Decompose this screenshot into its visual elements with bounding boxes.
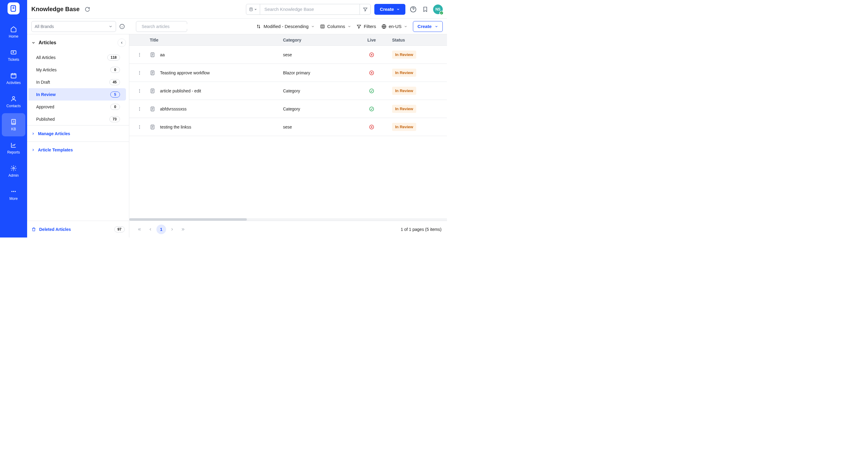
row-menu-button[interactable] bbox=[129, 70, 150, 75]
kebab-icon bbox=[137, 70, 142, 75]
horizontal-scrollbar[interactable] bbox=[129, 218, 447, 220]
row-live bbox=[351, 106, 392, 112]
chevron-down-icon bbox=[435, 25, 438, 28]
search-filter-button[interactable] bbox=[360, 4, 370, 14]
nav-reports[interactable]: Reports bbox=[2, 136, 25, 160]
funnel-icon bbox=[363, 7, 368, 12]
table-row[interactable]: article published - editCategoryIn Revie… bbox=[129, 82, 447, 100]
col-header-category[interactable]: Category bbox=[283, 38, 351, 42]
chevron-down-icon bbox=[31, 41, 36, 45]
user-icon bbox=[10, 95, 17, 102]
search-type-selector[interactable] bbox=[246, 4, 260, 14]
bookmark-icon bbox=[422, 6, 428, 12]
document-icon bbox=[150, 88, 155, 94]
row-menu-button[interactable] bbox=[129, 125, 150, 129]
article-search-input[interactable] bbox=[142, 24, 194, 29]
locale-selector[interactable]: en-US bbox=[381, 24, 408, 29]
sidebar-item-published[interactable]: Published 73 bbox=[28, 113, 126, 125]
x-circle-icon bbox=[369, 124, 374, 130]
col-header-live[interactable]: Live bbox=[351, 38, 392, 42]
bookmark-button[interactable] bbox=[421, 5, 430, 13]
nav-tickets[interactable]: Tickets bbox=[2, 44, 25, 67]
status-pill: In Review bbox=[392, 87, 416, 95]
pager-prev[interactable] bbox=[146, 225, 155, 234]
table-body: aaseseIn ReviewTeasting approve workflow… bbox=[129, 46, 447, 218]
nav-admin[interactable]: Admin bbox=[2, 160, 25, 183]
status-badge bbox=[439, 11, 444, 15]
svg-point-36 bbox=[139, 127, 140, 127]
sidebar-collapse-button[interactable] bbox=[118, 38, 126, 47]
sidebar-article-templates[interactable]: Article Templates bbox=[27, 141, 129, 158]
svg-rect-13 bbox=[321, 25, 324, 28]
nav-contacts[interactable]: Contacts bbox=[2, 90, 25, 113]
pager-first[interactable] bbox=[135, 225, 144, 234]
nav-home[interactable]: Home bbox=[2, 21, 25, 44]
x-circle-icon bbox=[369, 52, 374, 58]
count-badge: 45 bbox=[110, 79, 120, 85]
help-button[interactable] bbox=[409, 5, 417, 13]
sidebar-deleted-articles[interactable]: Deleted Articles 97 bbox=[27, 220, 129, 238]
table-row[interactable]: Teasting approve workflowBlazor primaryI… bbox=[129, 64, 447, 82]
status-pill: In Review bbox=[392, 123, 416, 131]
check-circle-icon bbox=[369, 106, 374, 112]
row-menu-button[interactable] bbox=[129, 107, 150, 111]
globe-icon bbox=[381, 24, 386, 29]
global-search bbox=[246, 4, 371, 15]
table-row[interactable]: testing the linkssseseIn Review bbox=[129, 118, 447, 136]
nav-more[interactable]: More bbox=[2, 183, 25, 206]
svg-point-21 bbox=[139, 72, 140, 73]
row-title: article published - edit bbox=[160, 89, 201, 93]
row-category: Category bbox=[283, 89, 351, 93]
document-icon bbox=[150, 106, 155, 112]
row-menu-button[interactable] bbox=[129, 89, 150, 93]
avatar[interactable]: NS bbox=[433, 4, 443, 14]
status-pill: In Review bbox=[392, 50, 416, 59]
svg-point-8 bbox=[15, 191, 16, 192]
sidebar-section-articles[interactable]: Articles bbox=[27, 34, 129, 51]
sidebar-item-approved[interactable]: Approved 0 bbox=[28, 101, 126, 113]
nav-activities[interactable]: Activities bbox=[2, 67, 25, 90]
sort-label: Modified - Descending bbox=[264, 24, 308, 29]
refresh-button[interactable] bbox=[83, 5, 92, 13]
svg-point-22 bbox=[139, 74, 140, 74]
search-input[interactable] bbox=[260, 7, 360, 12]
svg-point-25 bbox=[139, 89, 140, 90]
nav-activities-label: Activities bbox=[6, 81, 21, 85]
col-header-title[interactable]: Title bbox=[150, 38, 283, 42]
svg-point-35 bbox=[139, 125, 140, 126]
sidebar-item-my-articles[interactable]: My Articles 0 bbox=[28, 64, 126, 76]
sidebar-manage-articles[interactable]: Manage Articles bbox=[27, 125, 129, 141]
nav-kb[interactable]: KB bbox=[2, 113, 25, 136]
table-row[interactable]: abfdvrssssxssCategoryIn Review bbox=[129, 100, 447, 118]
svg-point-27 bbox=[139, 92, 140, 93]
table-row[interactable]: aaseseIn Review bbox=[129, 46, 447, 64]
create-article-button[interactable]: Create bbox=[413, 21, 443, 32]
columns-selector[interactable]: Columns bbox=[320, 24, 351, 29]
sidebar-item-in-draft[interactable]: In Draft 45 bbox=[28, 76, 126, 88]
row-live bbox=[351, 52, 392, 58]
row-status: In Review bbox=[392, 50, 447, 59]
row-title-cell: Teasting approve workflow bbox=[150, 70, 283, 75]
locale-label: en-US bbox=[389, 24, 402, 29]
svg-point-15 bbox=[139, 53, 140, 54]
row-menu-button[interactable] bbox=[129, 53, 150, 57]
brand-select[interactable]: All Brands bbox=[31, 21, 116, 32]
filters-button[interactable]: Filters bbox=[356, 24, 376, 29]
pager-page-1[interactable]: 1 bbox=[156, 225, 166, 234]
chevron-double-right-icon bbox=[181, 227, 185, 232]
create-button[interactable]: Create bbox=[374, 4, 405, 15]
col-header-status[interactable]: Status bbox=[392, 38, 447, 42]
count-badge: 0 bbox=[110, 67, 120, 73]
sidebar-item-in-review[interactable]: In Review 5 bbox=[28, 88, 126, 101]
pager-last[interactable] bbox=[178, 225, 188, 234]
sort-selector[interactable]: Modified - Descending bbox=[256, 24, 314, 29]
row-live bbox=[351, 70, 392, 75]
app-logo[interactable] bbox=[7, 2, 20, 14]
pager-next[interactable] bbox=[167, 225, 177, 234]
scrollbar-thumb[interactable] bbox=[129, 218, 247, 220]
create-button-label: Create bbox=[380, 7, 394, 12]
article-templates-label: Article Templates bbox=[38, 147, 73, 152]
sidebar-item-all-articles[interactable]: All Articles 118 bbox=[28, 51, 126, 64]
info-button[interactable] bbox=[119, 24, 125, 30]
sidebar-item-label: Published bbox=[36, 117, 55, 122]
